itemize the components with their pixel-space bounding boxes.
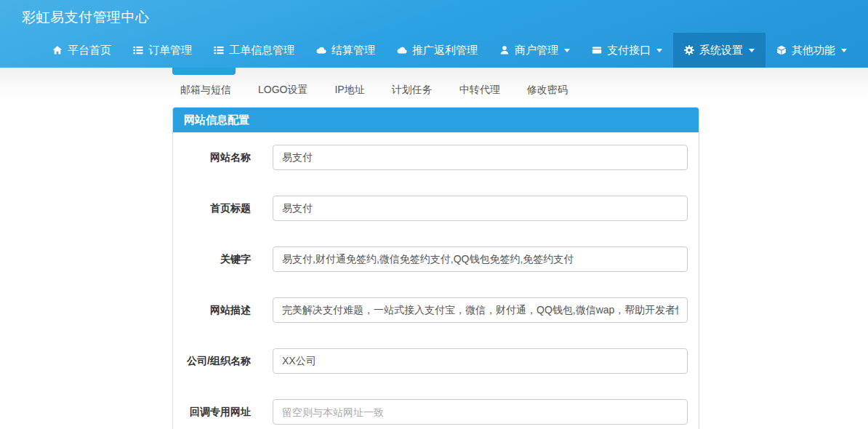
company-name-label: 公司/组织名称	[184, 355, 251, 368]
nav-item-label: 支付接口	[607, 44, 651, 57]
settings-subtabs: 邮箱与短信 LOGO设置 IP地址 计划任务 中转代理 修改密码	[169, 68, 699, 107]
nav-item-platform-home[interactable]: 平台首页	[41, 33, 122, 68]
tab-ip-address[interactable]: IP地址	[334, 84, 364, 97]
panel-title: 网站信息配置	[173, 108, 699, 132]
list-icon	[214, 45, 224, 55]
cloud-icon	[316, 45, 326, 55]
site-description-label: 网站描述	[184, 304, 251, 317]
nav-item-system-settings[interactable]: 系统设置	[673, 33, 765, 68]
nav-item-label: 商户管理	[515, 44, 558, 57]
nav-item-merchant-management[interactable]: 商户管理	[489, 33, 581, 68]
nav-item-label: 推广返利管理	[412, 44, 478, 57]
chevron-down-icon	[749, 49, 755, 52]
chevron-down-icon	[841, 49, 847, 52]
form-row-keywords: 关键字	[184, 246, 688, 272]
home-title-input[interactable]	[273, 196, 688, 221]
chevron-down-icon	[564, 49, 570, 52]
nav-item-settlement-management[interactable]: 结算管理	[305, 33, 386, 68]
callback-url-label: 回调专用网址	[184, 406, 251, 419]
nav-item-other-functions[interactable]: 其他功能	[765, 33, 858, 68]
tab-relay-proxy[interactable]: 中转代理	[459, 84, 500, 97]
tab-email-sms[interactable]: 邮箱与短信	[180, 84, 231, 97]
home-title-label: 首页标题	[184, 202, 251, 215]
gear-icon	[684, 45, 694, 55]
nav-item-order-management[interactable]: 订单管理	[122, 33, 203, 68]
nav-item-label: 平台首页	[68, 44, 111, 57]
box-icon	[776, 45, 787, 55]
chevron-down-icon	[656, 49, 662, 52]
page-content: 邮箱与短信 LOGO设置 IP地址 计划任务 中转代理 修改密码 网站信息配置 …	[0, 68, 868, 429]
site-info-panel: 网站信息配置 网站名称 首页标题 关键字 网站描述	[172, 107, 699, 429]
card-icon	[592, 45, 602, 55]
tab-logo-settings[interactable]: LOGO设置	[258, 84, 308, 97]
nav-item-label: 系统设置	[699, 44, 743, 57]
form-row-callback-url: 回调专用网址	[184, 399, 688, 425]
nav-item-ticket-management[interactable]: 工单信息管理	[203, 33, 305, 68]
app-title: 彩虹易支付管理中心	[0, 0, 868, 27]
site-info-form: 网站名称 首页标题 关键字 网站描述 公司/组织名称	[173, 132, 699, 429]
nav-item-label: 订单管理	[148, 44, 192, 57]
form-row-company-name: 公司/组织名称	[184, 348, 688, 374]
nav-item-label: 结算管理	[331, 44, 375, 57]
main-navigation: 平台首页 订单管理 工单信息管理 结算管理 推广返利管理	[0, 33, 868, 68]
tab-cron-tasks[interactable]: 计划任务	[392, 84, 433, 97]
site-name-label: 网站名称	[184, 151, 251, 164]
site-name-input[interactable]	[273, 145, 688, 170]
nav-item-label: 其他功能	[792, 44, 835, 57]
form-row-site-name: 网站名称	[184, 145, 688, 170]
home-icon	[52, 45, 63, 55]
top-header-bar: 彩虹易支付管理中心 平台首页 订单管理 工单信息管理 结算管理	[0, 0, 868, 68]
nav-item-logout[interactable]: 退出登录	[858, 33, 868, 68]
form-row-home-title: 首页标题	[184, 196, 688, 221]
keywords-label: 关键字	[184, 253, 251, 266]
cloud-icon	[397, 45, 407, 55]
user-icon	[499, 45, 510, 55]
nav-item-label: 工单信息管理	[229, 44, 294, 57]
callback-url-input[interactable]	[273, 399, 688, 425]
active-tab-stub[interactable]	[172, 68, 236, 75]
form-row-site-description: 网站描述	[184, 297, 688, 323]
keywords-input[interactable]	[273, 246, 688, 272]
list-icon	[133, 45, 143, 55]
nav-item-promo-rebate-management[interactable]: 推广返利管理	[386, 33, 489, 68]
site-description-input[interactable]	[273, 297, 688, 323]
brand-row: 彩虹易支付管理中心	[0, 0, 868, 33]
tab-change-password[interactable]: 修改密码	[527, 84, 568, 97]
nav-item-payment-interface[interactable]: 支付接口	[581, 33, 673, 68]
company-name-input[interactable]	[273, 348, 688, 374]
